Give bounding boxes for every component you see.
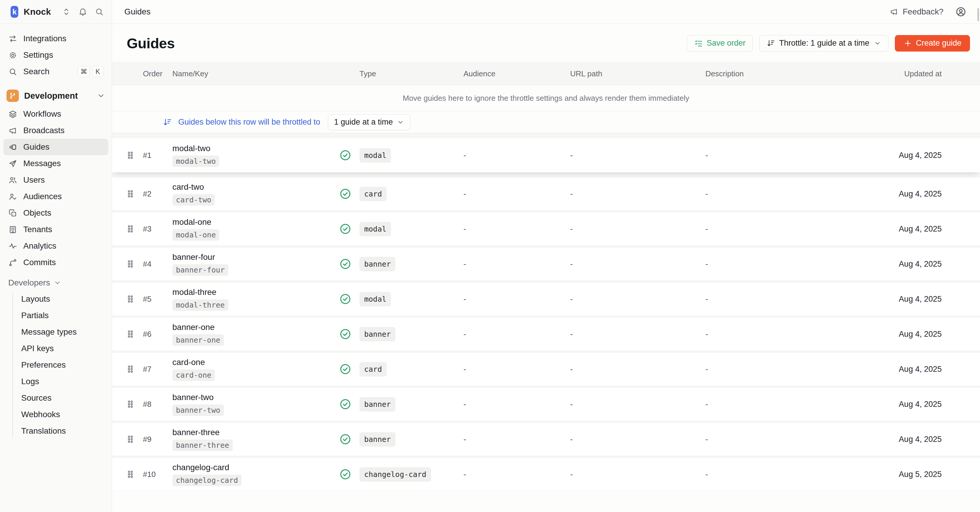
sidebar-item-guides[interactable]: Guides [3,139,108,155]
developers-section-toggle[interactable]: Developers [3,275,108,291]
guides-table: Order Name/Key Type Audience URL path De… [112,62,980,491]
sidebar-item-settings[interactable]: Settings [3,47,108,64]
megaphone-icon [8,126,18,135]
sidebar-item-label: Sources [21,393,52,403]
col-type: Type [360,69,463,78]
table-row[interactable]: #6 banner-one banner-one banner - - - Au… [112,317,980,351]
environment-switcher[interactable]: Development [3,87,108,104]
vertical-scrollbar[interactable] [977,8,979,21]
table-row[interactable]: #1 modal-two modal-two modal - - - Aug 4… [112,138,980,172]
sidebar-item-messages[interactable]: Messages [3,155,108,172]
sidebar-item-layouts[interactable]: Layouts [13,291,108,307]
guide-name: modal-one [172,218,211,227]
drag-handle-icon[interactable] [125,363,135,375]
drag-handle-icon[interactable] [125,328,135,340]
table-row[interactable]: #2 card-two card-two card - - - Aug 4, 2… [112,177,980,211]
sidebar-item-preferences[interactable]: Preferences [13,357,108,373]
guide-key: card-one [172,369,215,381]
guide-audience: - [463,189,570,199]
sidebar-item-sources[interactable]: Sources [13,390,108,406]
sidebar-item-broadcasts[interactable]: Broadcasts [3,122,108,139]
guide-description: - [705,435,884,444]
sidebar-item-workflows[interactable]: Workflows [3,106,108,122]
drag-handle-icon[interactable] [125,188,135,200]
feedback-button[interactable]: Feedback? [889,7,943,16]
sidebar-item-objects[interactable]: Objects [3,205,108,221]
sidebar-item-label: Logs [21,377,39,386]
table-row[interactable]: #3 modal-one modal-one modal - - - Aug 4… [112,212,980,246]
throttle-amount-select[interactable]: 1 guide at a time [328,114,410,130]
guide-audience: - [463,435,570,444]
sidebar-item-audiences[interactable]: Audiences [3,188,108,205]
knock-logo: k [11,6,18,17]
throttle-divider-link[interactable]: Guides below this row will be throttled … [178,118,320,127]
sidebar-item-message-types[interactable]: Message types [13,324,108,340]
guide-url-path: - [570,400,705,409]
sidebar-item-search[interactable]: Search ⌘ K [3,64,108,80]
sidebar-item-api-keys[interactable]: API keys [13,340,108,357]
sidebar-item-webhooks[interactable]: Webhooks [13,406,108,423]
table-row[interactable]: #8 banner-two banner-two banner - - - Au… [112,387,980,421]
drag-handle-icon[interactable] [125,468,135,480]
sidebar-item-label: Message types [21,327,76,337]
sidebar-item-integrations[interactable]: Integrations [3,30,108,47]
throttle-amount-value: 1 guide at a time [334,118,393,127]
guide-order: #6 [143,330,172,339]
save-order-button[interactable]: Save order [687,35,753,52]
bell-icon[interactable] [78,7,88,16]
sidebar: k Knock Integrations Settings Search ⌘ K [0,0,112,512]
status-check-icon [339,328,352,340]
status-check-icon [339,363,352,375]
page-title: Guides [127,35,175,52]
drag-handle-icon[interactable] [125,149,135,161]
status-check-icon [339,223,352,235]
logo-letter: k [13,7,16,16]
table-row[interactable]: #5 modal-three modal-three modal - - - A… [112,282,980,316]
sidebar-item-label: Workflows [23,109,61,119]
guide-order: #10 [143,470,172,479]
drag-handle-icon[interactable] [125,398,135,410]
sidebar-item-label: Integrations [23,34,66,43]
guide-description: - [705,189,884,199]
drag-handle-icon[interactable] [125,258,135,270]
table-row[interactable]: #7 card-one card-one card - - - Aug 4, 2… [112,352,980,386]
page-header: Guides Save order Throttle: 1 guide at a… [112,24,980,62]
table-row[interactable]: #9 banner-three banner-three banner - - … [112,423,980,456]
guide-name: modal-three [172,288,216,297]
guide-updated-at: Aug 5, 2025 [884,470,942,479]
col-description: Description [705,69,884,78]
workspace-switcher[interactable]: k Knock [0,0,112,24]
sidebar-item-commits[interactable]: Commits [3,254,108,271]
sidebar-item-analytics[interactable]: Analytics [3,238,108,254]
breadcrumb: Guides [124,7,151,16]
drag-handle-icon[interactable] [125,223,135,235]
search-icon[interactable] [95,7,104,16]
table-row[interactable]: #4 banner-four banner-four banner - - - … [112,247,980,281]
guide-order: #9 [143,435,172,444]
account-avatar-icon[interactable] [955,6,966,17]
users-icon [8,176,18,185]
guide-key: banner-one [172,334,224,346]
sidebar-item-tenants[interactable]: Tenants [3,221,108,238]
sidebar-item-translations[interactable]: Translations [13,423,108,439]
sidebar-item-label: Users [23,175,45,185]
guide-url-path: - [570,294,705,304]
create-guide-button[interactable]: Create guide [895,35,970,52]
drag-handle-icon[interactable] [125,293,135,305]
guide-key: banner-four [172,264,228,276]
guide-description: - [705,365,884,374]
throttle-button-label: Throttle: 1 guide at a time [779,38,869,48]
guide-type-badge: changelog-card [360,467,431,482]
throttle-divider-row: Guides below this row will be throttled … [112,111,980,133]
drag-handle-icon[interactable] [125,433,135,445]
sidebar-nav-top: Integrations Settings Search ⌘ K [0,24,112,80]
sidebar-item-users[interactable]: Users [3,172,108,188]
unfold-chevrons-icon[interactable] [62,7,71,16]
guide-name: banner-one [172,323,215,332]
guide-key: modal-two [172,156,219,167]
throttle-dropdown-button[interactable]: Throttle: 1 guide at a time [759,35,888,52]
sidebar-item-partials[interactable]: Partials [13,307,108,324]
guide-updated-at: Aug 4, 2025 [884,189,942,199]
table-row[interactable]: #10 changelog-card changelog-card change… [112,458,980,491]
sidebar-item-logs[interactable]: Logs [13,373,108,390]
